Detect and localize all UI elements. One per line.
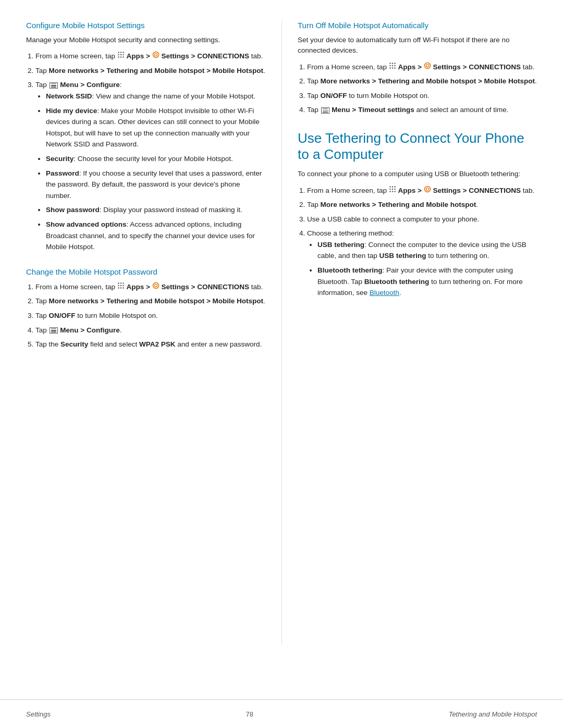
svg-point-43 [426,188,429,190]
bullet-password: Password: If you choose a security level… [46,168,266,202]
configure-bullets: Network SSID: View and change the name o… [46,91,266,253]
svg-point-6 [118,57,119,58]
svg-point-1 [120,52,121,53]
right-column: Turn Off Mobile Hotspot Automatically Se… [282,21,537,645]
apps-label-3: Apps > [398,63,422,71]
svg-point-8 [123,57,124,58]
apps-icon-3 [389,63,398,71]
svg-point-26 [392,65,393,66]
svg-point-9 [153,52,158,58]
bullet-security: Security: Choose the security level for … [46,153,266,165]
configure-hotspot-section: Configure Mobile Hotspot Settings Manage… [26,21,266,253]
change-password-section: Change the Mobile Hotspot Password From … [26,267,266,350]
svg-point-35 [394,186,395,187]
change-password-title: Change the Mobile Hotspot Password [26,267,266,276]
bullet-show-advanced: Show advanced options: Access advanced o… [46,219,266,253]
svg-point-2 [123,52,124,53]
tethering-step-4: Choose a tethering method: USB tethering… [307,228,537,299]
turnoff-step-2: Tap More networks > Tethering and Mobile… [307,76,537,87]
page-footer: Settings 78 Tethering and Mobile Hotspot [0,699,563,728]
footer-right-label: Tethering and Mobile Hotspot [449,710,537,718]
menu-timeout-label: Menu > Timeout settings [332,106,414,114]
svg-point-31 [424,63,430,68]
svg-point-40 [392,191,393,192]
footer-page-number: 78 [246,710,253,718]
svg-point-41 [394,191,395,192]
settings-icon-4 [424,187,433,194]
svg-point-27 [394,65,395,66]
svg-point-29 [392,67,393,68]
svg-point-37 [392,188,393,189]
svg-point-4 [120,54,121,55]
svg-point-12 [120,282,121,283]
configure-step-1: From a Home screen, tap [35,51,266,62]
bullet-hide-device: Hide my device: Make your Mobile Hotspot… [46,105,266,150]
turnoff-step-3: Tap ON/OFF to turn Mobile Hotspot on. [307,90,537,102]
settings-connections-label-2: Settings > CONNECTIONS [162,283,249,291]
svg-point-30 [394,67,395,68]
svg-point-3 [118,54,119,55]
svg-point-0 [118,52,119,53]
more-networks-label-2: More networks > Tethering and Mobile hot… [49,297,264,305]
svg-point-42 [424,186,430,192]
settings-connections-label-1: Settings > CONNECTIONS [162,52,249,60]
bullet-show-password: Show password: Display your password ins… [46,204,266,216]
settings-icon-3 [424,63,433,71]
left-column: Configure Mobile Hotspot Settings Manage… [26,21,282,645]
use-tethering-steps: From a Home screen, tap [307,185,537,299]
svg-point-13 [123,282,124,283]
svg-point-28 [389,67,390,68]
svg-point-5 [123,54,124,55]
svg-point-16 [123,285,124,286]
tethering-bullets: USB tethering: Connect the computer to t… [317,239,537,299]
bullet-network-ssid: Network SSID: View and change the name o… [46,91,266,102]
svg-point-36 [389,188,390,189]
svg-point-10 [154,54,157,56]
svg-point-14 [118,285,119,286]
use-tethering-section: Use Tethering to Connect Your Phone to a… [298,130,537,299]
tethering-step-1: From a Home screen, tap [307,185,537,196]
apps-label: Apps > [127,52,150,60]
security-field-label: Security [60,340,88,348]
svg-point-38 [394,188,395,189]
change-pw-step-3: Tap ON/OFF to turn Mobile Hotspot on. [35,310,266,322]
apps-label-4: Apps > [398,187,422,194]
more-networks-label-3: More networks > Tethering and Mobile hot… [321,77,535,85]
onoff-label-1: ON/OFF [49,312,76,319]
tethering-step-2: Tap More networks > Tethering and Mobile… [307,199,537,211]
svg-point-18 [120,287,121,288]
bluetooth-link[interactable]: Bluetooth [370,289,399,297]
menu-configure-label-2: Menu > Configure [60,326,119,334]
svg-point-15 [120,285,121,286]
turn-off-hotspot-section: Turn Off Mobile Hotspot Automatically Se… [298,21,537,116]
tethering-step-3: Use a USB cable to connect a computer to… [307,214,537,225]
settings-icon [152,52,162,60]
svg-point-25 [389,65,390,66]
bullet-usb-tethering: USB tethering: Connect the computer to t… [317,239,537,262]
configure-step-2: Tap More networks > Tethering and Mobile… [35,65,266,77]
change-password-steps: From a Home screen, tap [35,281,266,350]
svg-point-17 [118,287,119,288]
apps-icon-4 [389,187,398,194]
turn-off-hotspot-intro: Set your device to automatically turn of… [298,35,537,56]
wpa2-label: WPA2 PSK [139,340,176,348]
configure-step-3: Tap Menu > Configure: Network SSID: View… [35,79,266,252]
apps-label-2: Apps > [127,283,150,291]
onoff-label-2: ON/OFF [321,92,347,100]
change-pw-step-4: Tap Menu > Configure. [35,325,266,336]
apps-icon-2 [117,283,127,291]
use-tethering-intro: To connect your phone to a computer usin… [298,169,537,179]
turn-off-hotspot-title: Turn Off Mobile Hotspot Automatically [298,21,537,30]
page-content: Configure Mobile Hotspot Settings Manage… [0,0,563,686]
svg-point-11 [118,282,119,283]
settings-icon-2 [152,283,162,291]
settings-connections-label-4: Settings > CONNECTIONS [433,187,521,194]
change-pw-step-5: Tap the Security field and select WPA2 P… [35,339,266,350]
configure-hotspot-title: Configure Mobile Hotspot Settings [26,21,266,30]
configure-hotspot-intro: Manage your Mobile Hotspot security and … [26,35,266,45]
more-networks-label-4: More networks > Tethering and Mobile hot… [321,201,476,208]
svg-point-39 [389,191,390,192]
svg-point-33 [389,186,390,187]
menu-icon-3 [321,107,329,114]
menu-configure-label: Menu > Configure [60,81,119,89]
